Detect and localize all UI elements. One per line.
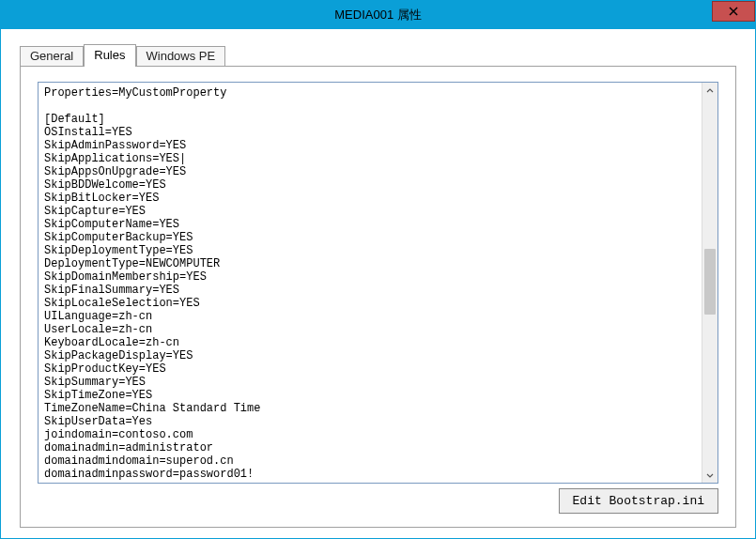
tab-windows-pe[interactable]: Windows PE: [136, 46, 226, 66]
window-title: MEDIA001 属性: [334, 7, 421, 23]
vertical-scrollbar[interactable]: [702, 83, 717, 483]
close-icon: [729, 7, 738, 16]
tab-rules[interactable]: Rules: [84, 44, 135, 67]
scroll-track[interactable]: [702, 99, 717, 467]
tab-page-rules: Properties=MyCustomProperty [Default] OS…: [20, 66, 736, 528]
edit-bootstrap-button[interactable]: Edit Bootstrap.ini: [559, 488, 718, 514]
scroll-thumb[interactable]: [704, 249, 716, 315]
scroll-up-arrow-icon[interactable]: [702, 83, 717, 99]
tab-general[interactable]: General: [20, 46, 84, 66]
titlebar: MEDIA001 属性: [1, 1, 755, 29]
client-area: General Rules Windows PE Properties=MyCu…: [1, 29, 755, 539]
rules-textarea-frame: Properties=MyCustomProperty [Default] OS…: [38, 82, 718, 484]
dialog-window: MEDIA001 属性 General Rules Windows PE Pro…: [0, 0, 756, 539]
tab-strip: General Rules Windows PE: [20, 44, 736, 66]
rules-textarea[interactable]: Properties=MyCustomProperty [Default] OS…: [39, 83, 702, 483]
close-button[interactable]: [712, 1, 755, 22]
scroll-down-arrow-icon[interactable]: [702, 467, 717, 483]
